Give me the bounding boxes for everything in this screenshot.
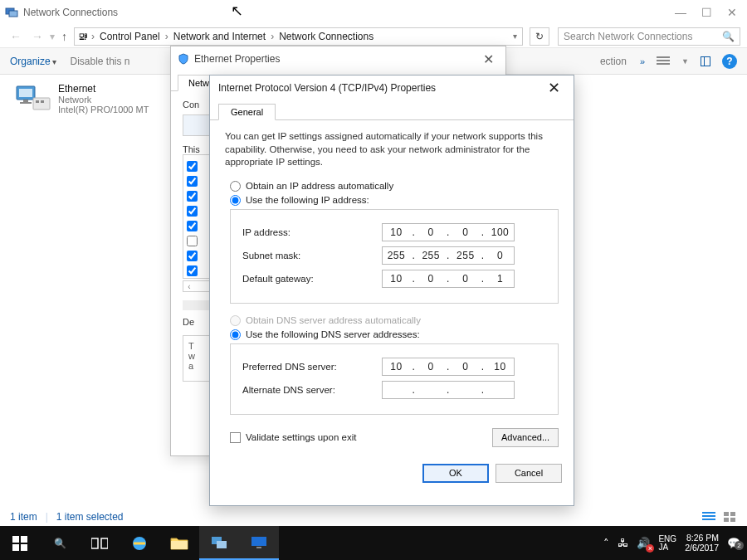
breadcrumb-control-panel[interactable]: Control Panel — [98, 31, 162, 42]
ethernet-properties-title: Ethernet Properties — [194, 53, 478, 65]
adapter-ethernet-item[interactable]: Ethernet Network Intel(R) PRO/1000 MT — [15, 83, 173, 114]
radio-auto-dns: Obtain DNS server address automatically — [230, 315, 559, 326]
tab-general[interactable]: General — [218, 104, 276, 120]
breadcrumb-network-internet[interactable]: Network and Internet — [172, 31, 267, 42]
advanced-button[interactable]: Advanced... — [492, 428, 559, 447]
organize-menu-button[interactable]: Organize — [10, 56, 56, 67]
svg-rect-1 — [9, 11, 17, 17]
taskbar-control-panel-button[interactable] — [239, 526, 279, 560]
tray-overflow-button[interactable]: ˄ — [603, 537, 609, 549]
radio-static-dns[interactable]: Use the following DNS server addresses: — [230, 329, 559, 340]
ipv4-close-button[interactable]: ✕ — [543, 79, 565, 97]
taskbar-ie-button[interactable] — [120, 526, 159, 560]
nic-icon — [183, 114, 211, 136]
protocol-check-1[interactable] — [187, 161, 198, 172]
radio-static-dns-input[interactable] — [230, 329, 241, 340]
radio-auto-ip-input[interactable] — [230, 181, 241, 192]
status-selected-count: 1 item selected — [56, 511, 124, 523]
radio-static-dns-label: Use the following DNS server addresses: — [246, 329, 420, 339]
svg-rect-3 — [19, 89, 32, 97]
toolbar-overflow-button[interactable]: » — [640, 56, 643, 66]
breadcrumb-root-icon[interactable]: 🖳 — [78, 31, 88, 42]
svg-rect-7 — [36, 100, 39, 103]
status-item-count: 1 item — [10, 511, 37, 523]
action-center-button[interactable]: 💬 — [727, 537, 740, 549]
maximize-button[interactable]: ☐ — [701, 6, 712, 19]
nav-forward-button[interactable]: → — [28, 30, 46, 43]
breadcrumb-address-box[interactable]: 🖳 › Control Panel › Network and Internet… — [74, 27, 523, 46]
default-gateway-input[interactable]: 10. 0. 0. 1 — [382, 270, 515, 288]
ip-address-input[interactable]: 10. 0. 0. 100 — [382, 223, 515, 241]
alternate-dns-label: Alternate DNS server: — [242, 385, 382, 395]
radio-auto-ip[interactable]: Obtain an IP address automatically — [230, 181, 559, 192]
ipv4-dialog-title: Internet Protocol Version 4 (TCP/IPv4) P… — [218, 82, 543, 94]
taskbar[interactable]: 🔍 ˄ 🖧 🔊 ENG JA 8:26 PM 2/6/2017 💬 — [0, 526, 747, 560]
view-details-icon[interactable] — [702, 512, 715, 522]
svg-rect-5 — [20, 102, 32, 104]
scroll-left[interactable]: ‹ — [183, 282, 195, 291]
protocol-check-4[interactable] — [187, 206, 198, 217]
ok-button[interactable]: OK — [422, 464, 489, 483]
network-connections-icon — [5, 6, 18, 19]
help-icon[interactable]: ? — [722, 54, 737, 69]
subnet-mask-input[interactable]: 255. 255. 255. 0 — [382, 246, 515, 265]
protocol-check-7[interactable] — [187, 251, 198, 261]
ip-address-label: IP address: — [242, 227, 382, 237]
alternate-dns-input[interactable]: . . . — [382, 381, 515, 399]
radio-auto-dns-label: Obtain DNS server address automatically — [246, 315, 421, 325]
svg-rect-19 — [251, 537, 266, 546]
refresh-button[interactable]: ↻ — [530, 27, 549, 46]
radio-static-ip-label: Use the following IP address: — [246, 195, 369, 205]
svg-rect-10 — [21, 536, 27, 543]
view-mode-icon[interactable] — [657, 56, 670, 66]
ipv4-intro-text: You can get IP settings assigned automat… — [225, 130, 559, 169]
task-view-button[interactable] — [80, 526, 120, 560]
close-button[interactable]: ✕ — [727, 6, 737, 19]
adapter-name: Ethernet — [58, 83, 149, 95]
language-indicator[interactable]: ENG JA — [658, 535, 676, 552]
volume-tray-icon[interactable]: 🔊 — [637, 537, 650, 549]
minimize-button[interactable]: — — [675, 6, 686, 19]
svg-rect-12 — [21, 544, 27, 551]
adapter-status: Network — [58, 95, 149, 105]
nav-back-button[interactable]: ← — [7, 30, 25, 43]
cancel-button[interactable]: Cancel — [496, 464, 562, 483]
protocol-check-3[interactable] — [187, 191, 198, 202]
search-icon[interactable]: 🔍 — [722, 31, 735, 42]
radio-auto-ip-label: Obtain an IP address automatically — [246, 181, 393, 191]
status-bar: 1 item | 1 item selected — [0, 508, 747, 526]
search-input[interactable]: Search Network Connections 🔍 — [558, 27, 740, 46]
ethernet-properties-close-button[interactable]: ✕ — [478, 51, 499, 67]
task-view-icon — [91, 537, 108, 550]
radio-static-ip-input[interactable] — [230, 195, 241, 206]
svg-rect-18 — [217, 541, 227, 548]
breadcrumb-network-connections[interactable]: Network Connections — [277, 31, 375, 42]
protocol-check-8[interactable] — [187, 265, 198, 276]
view-tiles-icon[interactable] — [724, 512, 737, 522]
preferred-dns-input[interactable]: 10. 0. 0. 10 — [382, 358, 515, 376]
disable-device-button[interactable]: Disable this n — [70, 56, 129, 67]
clock[interactable]: 8:26 PM 2/6/2017 — [685, 533, 719, 553]
svg-rect-6 — [33, 98, 50, 110]
default-gateway-label: Default gateway: — [242, 274, 382, 284]
ie-icon — [130, 534, 149, 553]
static-ip-group: IP address: 10. 0. 0. 100 Subnet mask: 2… — [230, 209, 559, 304]
ethernet-adapter-icon — [15, 83, 51, 113]
protocol-check-5[interactable] — [187, 221, 198, 231]
clock-time: 8:26 PM — [685, 533, 719, 543]
start-button[interactable] — [0, 526, 40, 560]
taskbar-explorer-button[interactable] — [159, 526, 199, 560]
protocol-check-2[interactable] — [187, 176, 198, 187]
protocol-check-6[interactable] — [187, 236, 198, 246]
nav-up-button[interactable]: ↑ — [58, 30, 71, 43]
validate-settings-label: Validate settings upon exit — [246, 432, 356, 442]
taskbar-networkconnections-button[interactable] — [199, 526, 239, 560]
validate-settings-checkbox[interactable] — [230, 432, 241, 443]
subnet-mask-label: Subnet mask: — [242, 251, 382, 261]
preview-pane-icon[interactable] — [701, 56, 710, 66]
clock-date: 2/6/2017 — [685, 543, 719, 553]
radio-auto-dns-input — [230, 315, 241, 326]
radio-static-ip[interactable]: Use the following IP address: — [230, 195, 559, 206]
network-tray-icon[interactable]: 🖧 — [618, 537, 628, 549]
taskbar-search-button[interactable]: 🔍 — [40, 526, 80, 560]
